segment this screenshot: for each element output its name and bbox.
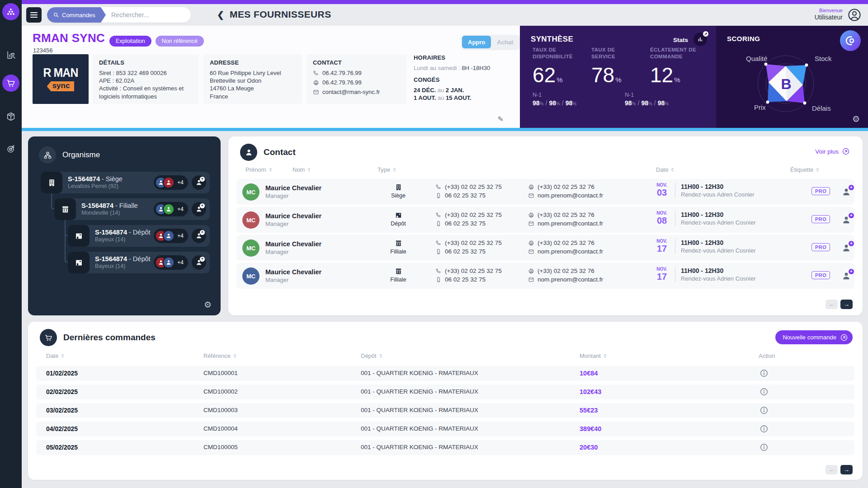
info-icon[interactable]: [760, 369, 769, 378]
info-icon[interactable]: [760, 406, 769, 415]
add-contact-button[interactable]: +: [192, 229, 206, 243]
order-row[interactable]: 03/02/2025 CMD100003 001 - QUARTIER KOEN…: [36, 403, 854, 418]
user-avatar[interactable]: [847, 8, 862, 22]
order-row[interactable]: 01/02/2025 CMD100001 001 - QUARTIER KOEN…: [36, 366, 854, 381]
sort-icon: [603, 353, 608, 358]
back-button[interactable]: ❮: [217, 9, 224, 20]
contact-avatar: MC: [242, 211, 259, 229]
org-node[interactable]: S-1564874 - Siège Levallois Perret (92) …: [41, 172, 210, 193]
scoring-settings-gear-icon[interactable]: ⚙: [852, 115, 860, 123]
next-page-button[interactable]: →: [840, 300, 853, 309]
scoring-title: SCORING: [727, 35, 760, 42]
scoring-grade: B: [781, 76, 791, 92]
col-prenom[interactable]: Prénom: [245, 166, 273, 173]
avatar-group: +4: [154, 175, 188, 190]
conges-line: 24 DÉC. au 2 JAN.: [414, 87, 513, 94]
menu-button[interactable]: [26, 7, 42, 23]
avatar-group: +4: [154, 255, 188, 270]
details-title: DÉTAILS: [99, 59, 193, 66]
contact-card: Contact Voir plus Prénom Nom Type Date É…: [228, 136, 863, 315]
contact-type: Siège: [380, 183, 416, 199]
contact-meeting: NOV.17 11H00 - 12H30Rendez-vous Adrien C…: [652, 267, 755, 282]
stats-button[interactable]: ↗: [693, 33, 707, 46]
edit-pencil-icon[interactable]: ✎: [498, 115, 504, 123]
org-node[interactable]: S-1564874 - Filialle Mondeville (14) +4 …: [54, 198, 210, 220]
building-icon: [395, 267, 402, 275]
order-depot: 001 - QUARTIER KOENIG - RMATERIAUX: [361, 388, 478, 395]
add-person-button[interactable]: +: [841, 186, 853, 198]
col-reference[interactable]: Référence: [203, 352, 237, 359]
add-contact-button[interactable]: +: [192, 202, 206, 216]
col-depot[interactable]: Dépôt: [361, 352, 383, 359]
appro-tab[interactable]: Appro: [462, 36, 491, 48]
add-person-button[interactable]: +: [841, 214, 853, 226]
add-contact-button[interactable]: +: [192, 255, 206, 270]
sidebar-item-objectifs[interactable]: [0, 139, 22, 159]
col-nom[interactable]: Nom: [292, 166, 311, 173]
synthese-panel: SYNTHÈSE Stats ↗ TAUX DEDISPONIBILITÉ 62…: [520, 26, 716, 128]
avatar-group: +4: [154, 202, 188, 216]
col-date[interactable]: Date: [656, 166, 675, 173]
col-type[interactable]: Type: [377, 166, 397, 173]
sidebar-item-commandes[interactable]: [0, 74, 22, 92]
order-row[interactable]: 05/02/2025 CMD100005 001 - QUARTIER KOEN…: [36, 440, 854, 455]
supplier-name: RMAN SYNC: [33, 31, 105, 45]
contact-row[interactable]: MC Maurice Chevalier Manager Dépôt (+33)…: [236, 207, 854, 233]
prev-page-button[interactable]: ←: [826, 300, 838, 309]
arrow-circle-icon: [842, 147, 850, 155]
page-title: MES FOURNISSEURS: [230, 9, 331, 20]
voir-plus-link[interactable]: Voir plus: [815, 147, 850, 155]
siret: Siret : 853 322 469 00026: [99, 69, 193, 77]
info-icon[interactable]: [760, 387, 769, 396]
mail-icon: [528, 192, 534, 199]
search-bar: Commandes: [47, 7, 191, 23]
contact-table-header: Prénom Nom Type Date Étiquette: [236, 166, 854, 177]
sidebar-item-produits[interactable]: [0, 107, 22, 127]
org-node[interactable]: S-1564874 - Dépôt Bayeux (14) +4 +: [68, 252, 210, 273]
building-icon: [54, 198, 76, 220]
adresse-line: France: [210, 93, 296, 100]
avatar: [163, 203, 175, 215]
contact-fax-mail: (+33) 02 02 25 32 76 nom.prenom@contact.…: [528, 239, 603, 257]
info-icon[interactable]: [760, 424, 769, 433]
activite: Activité : Conseil en systèmes et logici…: [99, 84, 193, 100]
avatar: [163, 230, 175, 242]
org-node[interactable]: S-1564874 - Dépôt Bayeux (14) +4 +: [68, 225, 210, 247]
add-person-button[interactable]: +: [841, 270, 853, 282]
sidebar-item-stats[interactable]: [0, 45, 22, 65]
order-row[interactable]: 02/02/2025 CMD100002 001 - QUARTIER KOEN…: [36, 385, 854, 399]
prev-page-button[interactable]: ←: [826, 465, 838, 474]
col-etiquette[interactable]: Étiquette: [790, 166, 820, 173]
search-input[interactable]: [106, 11, 191, 19]
order-row[interactable]: 04/02/2025 CMD100004 001 - QUARTIER KOEN…: [36, 422, 854, 436]
contact-row[interactable]: MC Maurice Chevalier Manager Filliale (+…: [236, 263, 854, 289]
info-icon[interactable]: [760, 443, 769, 452]
orders-table-header: Date Référence Dépôt Montant Action: [36, 352, 854, 362]
fax-icon: [528, 240, 534, 246]
arrow-circle-icon: [840, 333, 848, 342]
contact-row[interactable]: MC Maurice Chevalier Manager Filliale (+…: [236, 235, 854, 261]
col-date[interactable]: Date: [46, 352, 65, 359]
new-order-button[interactable]: Nouvelle commande: [775, 330, 853, 344]
contact-role: Manager: [265, 192, 321, 200]
contact-phones: (+33) 02 02 25 32 75 06 02 25 32 75: [435, 211, 502, 229]
avatar-group: +4: [154, 229, 188, 243]
contact-name: Maurice Chevalier: [265, 212, 321, 221]
search-scope-tag[interactable]: Commandes: [47, 7, 106, 23]
app-logo[interactable]: [2, 3, 19, 20]
achat-tab[interactable]: Achat: [491, 36, 519, 48]
add-person-button[interactable]: +: [841, 242, 853, 254]
next-page-button[interactable]: →: [840, 465, 853, 474]
contact-avatar: MC: [242, 239, 259, 257]
add-contact-button[interactable]: +: [192, 175, 206, 190]
contact-title: Contact: [264, 147, 296, 157]
building-icon: [395, 183, 402, 191]
contact-row[interactable]: MC Maurice Chevalier Manager Siège (+33)…: [236, 179, 854, 205]
mobile-icon: [435, 249, 442, 255]
phone-icon: [435, 240, 442, 246]
organisme-settings-gear-icon[interactable]: ⚙: [204, 300, 212, 309]
package-icon: [6, 112, 16, 122]
contact-role: Manager: [265, 249, 321, 256]
sort-icon: [815, 167, 820, 172]
col-montant[interactable]: Montant: [580, 352, 608, 359]
